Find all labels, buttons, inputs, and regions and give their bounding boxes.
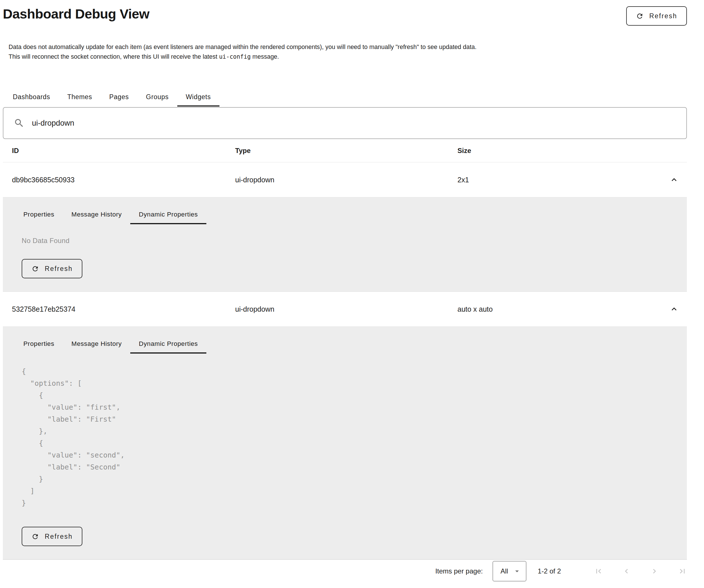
page-description: Data does not automatically update for e… — [9, 42, 687, 62]
paginator: Items per page: All 1-2 of 2 — [3, 560, 687, 582]
search-input[interactable] — [32, 119, 676, 128]
detail-tab-bar: Properties Message History Dynamic Prope… — [15, 206, 675, 224]
refresh-icon — [32, 533, 39, 540]
next-page-button[interactable] — [650, 567, 659, 576]
triangle-down-icon — [513, 567, 521, 576]
table-row[interactable]: 532758e17eb25374 ui-dropdown auto x auto — [3, 292, 687, 326]
refresh-button-label: Refresh — [45, 265, 73, 273]
tab-themes[interactable]: Themes — [59, 88, 101, 107]
row-detail-panel: Properties Message History Dynamic Prope… — [3, 326, 687, 560]
description-code-token: ui-config — [219, 53, 251, 60]
last-page-button[interactable] — [678, 567, 687, 576]
first-page-button[interactable] — [594, 567, 603, 576]
row-id: db9bc36685c50933 — [3, 176, 235, 184]
tab-message-history[interactable]: Message History — [63, 335, 130, 353]
chevron-up-icon — [669, 304, 679, 314]
description-line-2-suffix: message. — [251, 53, 279, 60]
table-row[interactable]: db9bc36685c50933 ui-dropdown 2x1 — [3, 162, 687, 197]
row-size: auto x auto — [458, 305, 661, 313]
page-title: Dashboard Debug View — [3, 6, 150, 22]
row-type: ui-dropdown — [235, 305, 458, 313]
no-data-message: No Data Found — [22, 237, 675, 245]
page-range-label: 1-2 of 2 — [538, 567, 561, 575]
row-id: 532758e17eb25374 — [3, 305, 235, 313]
tab-dynamic-properties[interactable]: Dynamic Properties — [130, 206, 207, 224]
chevron-left-icon — [622, 567, 631, 576]
dynamic-properties-json: { "options": [ { "value": "first", "labe… — [22, 366, 675, 509]
row-type: ui-dropdown — [235, 176, 458, 184]
tab-dashboards[interactable]: Dashboards — [4, 88, 59, 107]
panel-refresh-button[interactable]: Refresh — [22, 259, 82, 278]
refresh-button[interactable]: Refresh — [626, 6, 687, 26]
items-per-page-label: Items per page: — [435, 567, 483, 575]
refresh-icon — [636, 12, 644, 20]
refresh-button-label: Refresh — [45, 533, 73, 540]
table-header: ID Type Size — [3, 139, 687, 162]
collapse-row-button[interactable] — [669, 304, 679, 314]
tab-pages[interactable]: Pages — [101, 88, 137, 107]
description-line-2-prefix: This will reconnect the socket connectio… — [9, 53, 219, 60]
page-size-select[interactable]: All — [492, 561, 526, 581]
column-header-size: Size — [458, 147, 661, 155]
first-page-icon — [594, 567, 603, 576]
row-size: 2x1 — [458, 176, 661, 184]
previous-page-button[interactable] — [622, 567, 631, 576]
description-line-1: Data does not automatically update for e… — [9, 44, 477, 51]
chevron-right-icon — [650, 567, 659, 576]
detail-tab-bar: Properties Message History Dynamic Prope… — [15, 335, 675, 353]
chevron-up-icon — [669, 175, 679, 185]
tab-groups[interactable]: Groups — [137, 88, 177, 107]
column-header-type: Type — [235, 147, 458, 155]
row-detail-panel: Properties Message History Dynamic Prope… — [3, 197, 687, 292]
pagination-controls — [575, 567, 687, 576]
tab-properties[interactable]: Properties — [15, 335, 63, 353]
tab-properties[interactable]: Properties — [15, 206, 63, 224]
refresh-button-label: Refresh — [649, 12, 677, 20]
column-header-id: ID — [3, 147, 235, 155]
refresh-icon — [32, 265, 39, 273]
collapse-row-button[interactable] — [669, 175, 679, 185]
tab-message-history[interactable]: Message History — [63, 206, 130, 224]
tab-dynamic-properties[interactable]: Dynamic Properties — [130, 335, 207, 353]
search-box — [3, 107, 687, 139]
search-icon — [14, 118, 24, 128]
last-page-icon — [678, 567, 687, 576]
main-tab-bar: Dashboards Themes Pages Groups Widgets — [3, 88, 687, 107]
tab-widgets[interactable]: Widgets — [177, 88, 220, 107]
page-size-value: All — [501, 567, 508, 575]
header: Dashboard Debug View Refresh — [3, 0, 687, 26]
panel-refresh-button[interactable]: Refresh — [22, 527, 82, 546]
